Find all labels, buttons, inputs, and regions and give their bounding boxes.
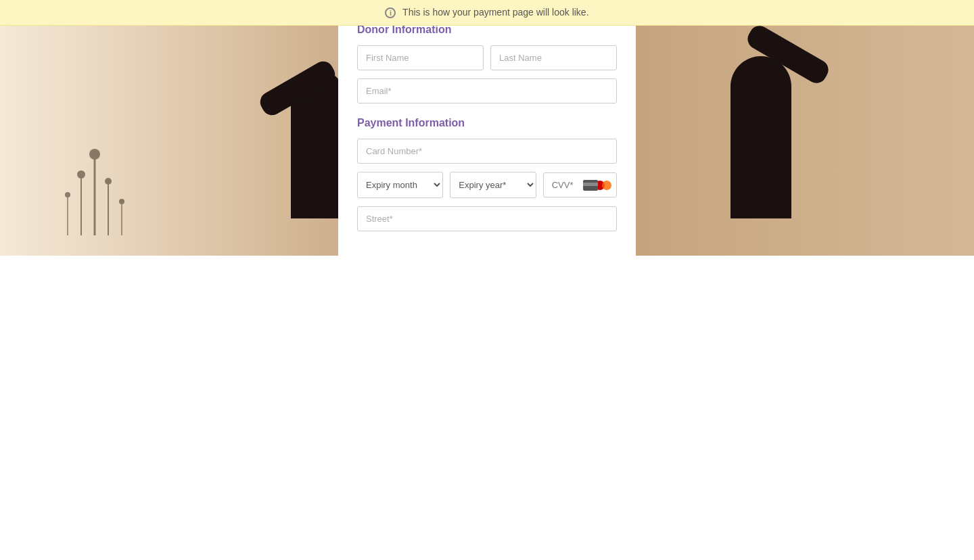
hero-section: F Adopt a Child Education Amount $200.00… [0,26,974,256]
payment-section: Payment Information Expiry month 010203 … [357,117,617,231]
plants-decoration [54,114,135,235]
banner-message: This is how your payment page will look … [402,7,588,18]
last-name-input[interactable] [490,45,617,70]
first-name-input[interactable] [357,45,484,70]
svg-point-9 [119,199,124,204]
name-row [357,45,617,70]
expiry-year-select[interactable]: Expiry year* 202420252026 202720282029 2… [450,172,536,198]
card-number-input[interactable] [357,139,617,164]
svg-point-7 [65,192,70,197]
svg-point-1 [89,149,100,160]
mastercard-orange-icon [602,181,611,190]
card-number-row [357,139,617,164]
info-icon: i [385,7,396,18]
email-input[interactable] [357,78,617,103]
preview-banner: i This is how your payment page will loo… [0,0,974,26]
cvv-card-icon [583,180,611,191]
payment-section-heading: Payment Information [357,117,617,129]
donor-section-heading: Donor Information [357,26,617,36]
cvv-wrapper [543,172,617,198]
expiry-cvv-row: Expiry month 010203 040506 070809 101112… [357,172,617,198]
card-stripe-icon [583,180,598,191]
svg-point-3 [77,170,85,179]
email-row [357,78,617,103]
expiry-month-select[interactable]: Expiry month 010203 040506 070809 101112 [357,172,443,198]
silhouette-right [730,56,791,218]
donation-card: Adopt a Child Education Amount $200.00/Y… [338,26,636,256]
street-input[interactable] [357,206,617,231]
street-row [357,206,617,231]
svg-point-5 [105,178,112,185]
form-section: Donor Information Payment Information Ex… [338,26,636,256]
